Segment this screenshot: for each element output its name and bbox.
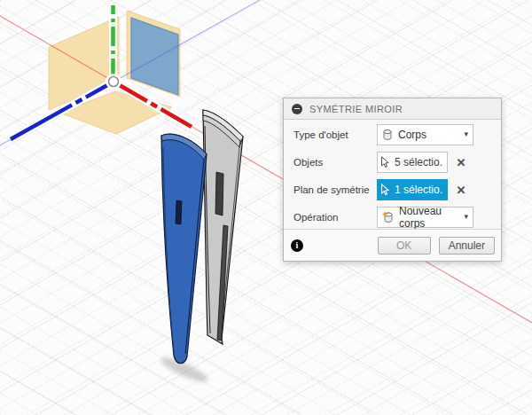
ok-button[interactable]: OK	[378, 237, 431, 254]
chevron-down-icon: ▾	[464, 130, 468, 138]
selected-body[interactable]	[161, 134, 207, 364]
object-type-label: Type d'objet	[293, 129, 348, 140]
operation-value: Nouveau corps	[399, 205, 459, 230]
chevron-down-icon: ▾	[464, 213, 468, 221]
clear-objects-icon[interactable]: ✕	[454, 155, 468, 168]
dialog-titlebar[interactable]: SYMÉTRIE MIROIR	[284, 98, 501, 120]
fusion-viewport: SYMÉTRIE MIROIR Type d'objet Corps ▾	[0, 0, 532, 415]
body-icon	[381, 129, 394, 141]
objects-value: 5 sélectio...	[395, 156, 443, 168]
mirrored-body[interactable]	[203, 110, 243, 344]
operation-label: Opération	[293, 212, 339, 223]
info-icon[interactable]: i	[291, 239, 303, 252]
new-body-icon	[381, 211, 395, 223]
objects-label: Objets	[293, 157, 323, 168]
operation-dropdown[interactable]: Nouveau corps ▾	[377, 207, 473, 228]
symmetry-plane-value: 1 sélectio...	[395, 184, 443, 196]
row-object-type: Type d'objet Corps ▾	[284, 121, 501, 148]
gray-body-slot	[215, 172, 223, 215]
dialog-title: SYMÉTRIE MIROIR	[309, 104, 403, 114]
blue-body-slot	[176, 200, 182, 224]
dialog-body: Type d'objet Corps ▾ Objets	[284, 120, 501, 231]
origin-point[interactable]	[109, 77, 119, 87]
cursor-icon	[380, 184, 391, 196]
clear-symmetry-plane-icon[interactable]: ✕	[454, 183, 468, 196]
cursor-icon	[380, 156, 391, 168]
object-type-value: Corps	[398, 129, 426, 141]
object-type-dropdown[interactable]: Corps ▾	[377, 124, 473, 145]
symmetry-plane-label: Plan de symétrie	[293, 184, 370, 195]
row-objects: Objets 5 sélectio... ✕	[284, 148, 501, 176]
symmetry-plane-selection-button[interactable]: 1 sélectio...	[377, 179, 448, 200]
dialog-footer: i OK Annuler	[284, 229, 501, 261]
collapse-icon[interactable]	[292, 104, 302, 114]
cancel-button[interactable]: Annuler	[439, 237, 495, 254]
row-symmetry-plane: Plan de symétrie 1 sélectio... ✕	[284, 176, 501, 203]
row-operation: Opération Nouveau corps ▾	[284, 203, 501, 231]
mirror-dialog: SYMÉTRIE MIROIR Type d'objet Corps ▾	[283, 98, 502, 262]
objects-selection-button[interactable]: 5 sélectio...	[377, 152, 448, 173]
